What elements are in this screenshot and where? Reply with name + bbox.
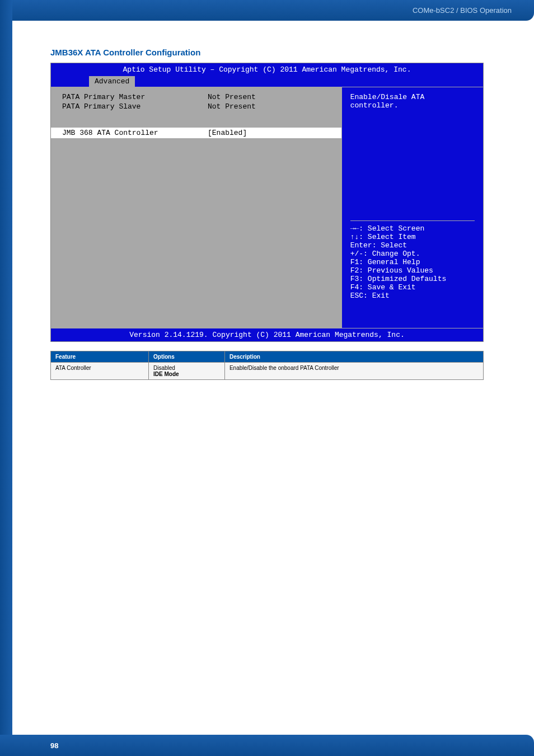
td-description: Enable/Disable the onboard PATA Controll… — [224, 363, 483, 380]
feature-table: Feature Options Description ATA Controll… — [50, 351, 484, 380]
bios-controller-label: JMB 368 ATA Controller — [62, 129, 208, 137]
hint-select-item: ↑↓: Select Item — [350, 233, 475, 241]
bios-screenshot: Aptio Setup Utility – Copyright (C) 2011… — [50, 63, 484, 342]
page-number: 98 — [50, 741, 58, 750]
table-header-row: Feature Options Description — [51, 351, 484, 363]
hint-f1: F1: General Help — [350, 258, 475, 266]
bios-help-divider — [350, 220, 475, 221]
bios-controller-value: [Enabled] — [208, 129, 330, 137]
hint-select-screen: →←: Select Screen — [350, 224, 475, 233]
bios-row-master: PATA Primary Master Not Present — [62, 93, 330, 101]
hint-esc: ESC: Exit — [350, 292, 475, 300]
bios-help-text: Enable/Disale ATA controller. — [350, 93, 475, 110]
left-sidebar-decoration — [0, 0, 12, 756]
hint-f2: F2: Previous Values — [350, 266, 475, 275]
section-title: JMB36X ATA Controller Configuration — [50, 48, 495, 57]
bios-tab-row: Advanced — [51, 76, 483, 87]
bios-row-slave: PATA Primary Slave Not Present — [62, 102, 330, 111]
bios-left-panel: PATA Primary Master Not Present PATA Pri… — [51, 87, 341, 328]
bios-key-hints: →←: Select Screen ↑↓: Select Item Enter:… — [350, 220, 475, 322]
bios-title: Aptio Setup Utility – Copyright (C) 2011… — [51, 63, 483, 76]
td-feature: ATA Controller — [51, 363, 149, 380]
bios-body: PATA Primary Master Not Present PATA Pri… — [51, 87, 483, 328]
bios-master-value: Not Present — [208, 93, 330, 101]
hint-change-opt: +/-: Change Opt. — [350, 250, 475, 258]
bios-slave-value: Not Present — [208, 102, 330, 111]
bios-right-panel: Enable/Disale ATA controller. →←: Select… — [341, 87, 483, 328]
page-header-bar: COMe-bSC2 / BIOS Operation — [0, 0, 534, 21]
hint-f3: F3: Optimized Defaults — [350, 275, 475, 283]
bios-master-label: PATA Primary Master — [62, 93, 208, 101]
hint-enter: Enter: Select — [350, 241, 475, 250]
breadcrumb: COMe-bSC2 / BIOS Operation — [413, 6, 512, 15]
bios-slave-label: PATA Primary Slave — [62, 102, 208, 111]
bios-tab-advanced: Advanced — [89, 76, 135, 87]
td-options: Disabled IDE Mode — [149, 363, 225, 380]
td-option-ide-mode: IDE Mode — [153, 371, 179, 377]
th-options: Options — [149, 351, 225, 363]
hint-f4: F4: Save & Exit — [350, 283, 475, 292]
bios-footer-version: Version 2.14.1219. Copyright (C) 2011 Am… — [51, 328, 483, 341]
bios-row-controller-selected: JMB 368 ATA Controller [Enabled] — [51, 128, 341, 138]
main-content: JMB36X ATA Controller Configuration Apti… — [0, 21, 534, 380]
th-feature: Feature — [51, 351, 149, 363]
page-footer-bar: 98 — [0, 735, 534, 756]
th-description: Description — [224, 351, 483, 363]
td-option-disabled: Disabled — [153, 365, 175, 371]
table-row: ATA Controller Disabled IDE Mode Enable/… — [51, 363, 484, 380]
